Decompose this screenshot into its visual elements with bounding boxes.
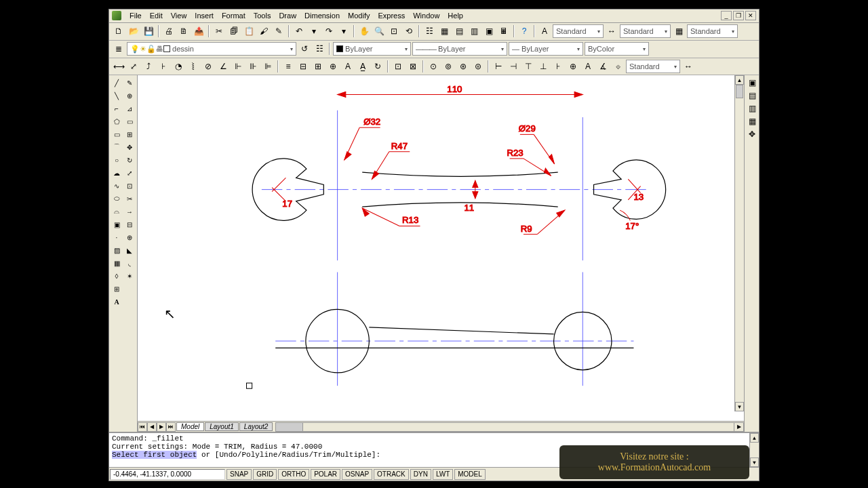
- drawing-canvas[interactable]: 110 Ø32: [138, 75, 744, 421]
- rotate-icon[interactable]: ↻: [123, 154, 136, 166]
- dim-angular-icon[interactable]: ∠: [216, 60, 230, 73]
- dim-break-icon[interactable]: ⊟: [296, 60, 310, 73]
- dim-update-icon[interactable]: ↻: [371, 60, 384, 73]
- restore-button[interactable]: ❐: [733, 11, 744, 20]
- layer-states-icon[interactable]: ☷: [313, 42, 326, 56]
- explode-icon[interactable]: ✶: [123, 270, 136, 282]
- layer-manager-icon[interactable]: ≣: [112, 42, 125, 56]
- linetype-dropdown[interactable]: ——— ByLayer▾: [412, 42, 507, 56]
- cut-icon[interactable]: ✂: [212, 24, 226, 38]
- tab-first-icon[interactable]: ⏮: [138, 422, 147, 432]
- osnap-toggle[interactable]: OSNAP: [342, 469, 372, 480]
- spline-icon[interactable]: ∿: [111, 180, 123, 192]
- ellipse-arc-icon[interactable]: ⌓: [111, 205, 123, 218]
- dim-ordinate-icon[interactable]: ⊦: [157, 60, 170, 73]
- circle-icon[interactable]: ○: [111, 154, 123, 166]
- tab-prev-icon[interactable]: ◀: [147, 422, 157, 432]
- tab-layout2[interactable]: Layout2: [239, 422, 273, 431]
- table-style-icon[interactable]: ▦: [672, 24, 686, 38]
- extend-icon[interactable]: →: [123, 205, 136, 218]
- polar-toggle[interactable]: POLAR: [311, 469, 340, 480]
- menu-help[interactable]: Help: [443, 10, 467, 21]
- dim-d1-icon[interactable]: ⊢: [492, 60, 505, 73]
- dim-c4-icon[interactable]: ⊜: [471, 60, 485, 73]
- dim-d8-icon[interactable]: ∡: [596, 60, 610, 73]
- layer-dropdown[interactable]: 💡☀🔓🖶 dessin▾: [127, 42, 296, 56]
- dim-d2-icon[interactable]: ⊣: [507, 60, 520, 73]
- menu-draw[interactable]: Draw: [275, 10, 300, 21]
- match-props-icon[interactable]: 🖌: [257, 24, 271, 38]
- print-icon[interactable]: 🖨: [162, 24, 176, 38]
- zoom-window-icon[interactable]: ⊡: [387, 24, 401, 38]
- dimstyle-dropdown[interactable]: Standard▾: [626, 60, 680, 73]
- dim-c1-icon[interactable]: ⊙: [427, 60, 440, 73]
- menu-tools[interactable]: Tools: [250, 10, 275, 21]
- text-style-dropdown[interactable]: Standard▾: [553, 24, 604, 38]
- plotstyle-dropdown[interactable]: ByColor▾: [585, 42, 649, 56]
- point-icon[interactable]: ·: [111, 231, 123, 243]
- minimize-button[interactable]: _: [721, 11, 732, 20]
- block-icon[interactable]: ▣: [111, 218, 123, 230]
- center-mark-icon[interactable]: ⊕: [326, 60, 340, 73]
- redo-dropdown-icon[interactable]: ▾: [337, 24, 351, 38]
- menu-file[interactable]: File: [125, 10, 146, 21]
- lineweight-dropdown[interactable]: — ByLayer▾: [509, 42, 583, 56]
- paintbrush-icon[interactable]: ✎: [272, 24, 285, 38]
- text-style-icon[interactable]: A: [538, 24, 551, 38]
- tab-next-icon[interactable]: ▶: [157, 422, 166, 432]
- redo-icon[interactable]: ↷: [322, 24, 336, 38]
- tab-layout1[interactable]: Layout1: [205, 422, 239, 431]
- snap-toggle[interactable]: SNAP: [226, 469, 252, 480]
- publish-icon[interactable]: 📤: [192, 24, 205, 38]
- pan-icon[interactable]: ✋: [357, 24, 371, 38]
- undo-icon[interactable]: ↶: [292, 24, 306, 38]
- break-icon[interactable]: ⊟: [123, 218, 136, 230]
- hatch-icon[interactable]: ▨: [111, 244, 123, 256]
- design-center-icon[interactable]: ▦: [437, 24, 451, 38]
- mirror-icon[interactable]: ⊿: [123, 102, 136, 115]
- xline-icon[interactable]: ╲: [111, 89, 123, 102]
- erase-icon[interactable]: ✎: [123, 77, 136, 89]
- tool3-icon[interactable]: ▥: [746, 102, 758, 115]
- grid-toggle[interactable]: GRID: [253, 469, 277, 480]
- scroll-up-icon[interactable]: ▲: [735, 75, 744, 85]
- undo-dropdown-icon[interactable]: ▾: [307, 24, 321, 38]
- copy-obj-icon[interactable]: ⊕: [123, 89, 136, 102]
- scroll-thumb[interactable]: [736, 85, 743, 98]
- menu-dimension[interactable]: Dimension: [300, 10, 344, 21]
- fillet-icon[interactable]: ◟: [123, 257, 136, 269]
- cmd-scroll-down-icon[interactable]: ▼: [750, 458, 759, 467]
- dim-style-icon[interactable]: ↔: [605, 24, 618, 38]
- dim-diameter-icon[interactable]: ⊘: [201, 60, 215, 73]
- dim-d7-icon[interactable]: A: [581, 60, 595, 73]
- dim-d4-icon[interactable]: ⊥: [536, 60, 550, 73]
- dim-baseline-icon[interactable]: ⊪: [246, 60, 260, 73]
- dim-quick-icon[interactable]: ⊩: [231, 60, 245, 73]
- zoom-previous-icon[interactable]: ⟲: [402, 24, 416, 38]
- pline-icon[interactable]: ⌐: [111, 102, 123, 115]
- dim-d6-icon[interactable]: ⊕: [566, 60, 580, 73]
- move-icon[interactable]: ✥: [123, 141, 136, 153]
- gradient-icon[interactable]: ▦: [111, 257, 123, 269]
- tolerance-icon[interactable]: ⊞: [311, 60, 325, 73]
- dim-reassoc-icon[interactable]: ⊠: [406, 60, 420, 73]
- tool2-icon[interactable]: ▤: [746, 89, 758, 102]
- chamfer-icon[interactable]: ◣: [123, 244, 136, 256]
- help-icon[interactable]: ?: [517, 24, 531, 38]
- polygon-icon[interactable]: ⬠: [111, 115, 123, 127]
- join-icon[interactable]: ⊕: [123, 231, 136, 243]
- tool5-icon[interactable]: ✥: [746, 128, 758, 140]
- color-dropdown[interactable]: ByLayer▾: [333, 42, 411, 56]
- tool-palette-icon[interactable]: ▤: [452, 24, 466, 38]
- dim-textedit-icon[interactable]: A̲: [356, 60, 370, 73]
- paste-icon[interactable]: 📋: [242, 24, 256, 38]
- menu-insert[interactable]: Insert: [191, 10, 218, 21]
- dim-aligned-icon[interactable]: ⤢: [127, 60, 140, 73]
- horizontal-scrollbar[interactable]: ▶: [275, 422, 744, 432]
- new-icon[interactable]: 🗋: [112, 24, 125, 38]
- hscroll-thumb[interactable]: [276, 423, 303, 431]
- arc-icon[interactable]: ⌒: [111, 141, 123, 153]
- menu-edit[interactable]: Edit: [146, 10, 167, 21]
- close-button[interactable]: ✕: [745, 11, 756, 20]
- open-icon[interactable]: 📂: [127, 24, 140, 38]
